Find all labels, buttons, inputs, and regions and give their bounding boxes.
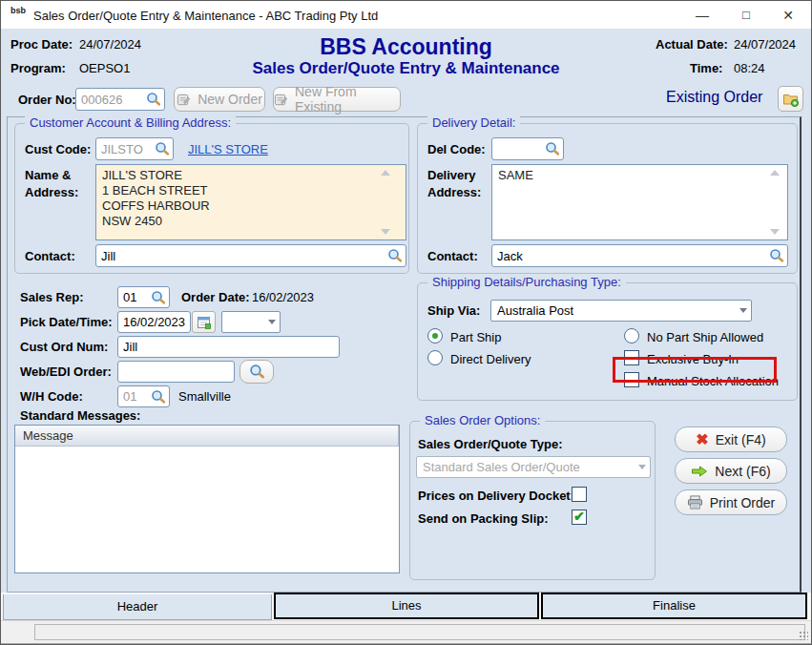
part-ship-label: Part Ship <box>450 330 501 344</box>
cust-code-value: JILSTO <box>101 142 155 156</box>
delivery-contact-value: Jack <box>497 249 769 263</box>
maximize-button[interactable]: □ <box>725 1 767 30</box>
existing-order-button[interactable] <box>778 86 803 112</box>
actual-date-label: Actual Date: <box>656 37 728 52</box>
minimize-button[interactable]: — <box>681 1 723 30</box>
search-icon[interactable] <box>769 248 784 263</box>
order-type-value: Standard Sales Order/Quote <box>423 460 638 474</box>
sales-order-options-title: Sales Order Options: <box>420 413 545 427</box>
search-icon <box>249 364 265 380</box>
sales-order-options-group: Sales Order Options: Sales Order/Quote T… <box>409 421 656 580</box>
next-button-label: Next (F6) <box>715 464 770 479</box>
name-address-textarea[interactable]: JILL'S STORE 1 BEACH STREET COFFS HARBOU… <box>95 164 406 240</box>
wh-code-label: W/H Code: <box>20 389 83 404</box>
time-value: 08:24 <box>734 61 765 75</box>
web-edi-search-button[interactable] <box>239 360 274 384</box>
pick-date-value: 16/02/2023 <box>123 315 187 329</box>
standard-messages-list[interactable]: Message <box>14 425 400 573</box>
pick-time-combo[interactable] <box>221 311 281 333</box>
del-code-label: Del Code: <box>427 142 486 156</box>
exit-button-label: Exit (F4) <box>716 432 766 447</box>
order-type-combo[interactable]: Standard Sales Order/Quote <box>416 456 651 478</box>
order-type-label: Sales Order/Quote Type: <box>418 437 562 451</box>
order-date-label: Order Date: <box>181 290 250 304</box>
time-label: Time: <box>690 61 722 75</box>
search-icon[interactable] <box>151 290 166 305</box>
wh-name-value: Smallville <box>178 389 231 404</box>
order-no-field[interactable]: 000626 <box>75 88 165 111</box>
next-button[interactable]: Next (F6) <box>675 458 787 484</box>
calendar-icon <box>197 315 212 330</box>
prices-on-docket-checkbox[interactable] <box>572 487 587 502</box>
billing-contact-value: Jill <box>101 249 387 263</box>
cust-ord-num-label: Cust Ord Num: <box>20 340 108 354</box>
cust-ord-num-value: Jill <box>123 340 336 354</box>
scroll-down-icon[interactable] <box>770 229 780 235</box>
tab-header[interactable]: Header <box>3 594 272 620</box>
calendar-button[interactable] <box>192 311 216 333</box>
window-title: Sales Order/Quote Entry & Maintenance - … <box>33 9 378 23</box>
sales-rep-value: 01 <box>123 290 151 304</box>
pick-date-field[interactable]: 16/02/2023 <box>117 311 191 333</box>
name-address-label: Name & Address: <box>25 167 88 201</box>
no-part-ship-label: No Part Ship Allowed <box>647 330 763 344</box>
order-mode-label: Existing Order <box>666 89 762 106</box>
send-packing-slip-label: Send on Packing Slip: <box>418 511 549 526</box>
part-ship-radio[interactable] <box>427 328 443 343</box>
scroll-up-icon[interactable] <box>381 170 390 176</box>
customer-group-title: Customer Account & Billing Address: <box>25 115 236 130</box>
close-button[interactable]: ✕ <box>767 1 809 30</box>
status-message-area <box>34 624 805 640</box>
billing-contact-field[interactable]: Jill <box>95 244 406 267</box>
chevron-down-icon <box>739 308 747 313</box>
actual-date-value: 24/07/2024 <box>734 37 796 52</box>
status-bar <box>1 620 811 643</box>
search-icon[interactable] <box>387 248 403 263</box>
exit-button[interactable]: ✖ Exit (F4) <box>675 427 787 452</box>
next-arrow-icon <box>691 465 708 478</box>
tab-lines[interactable]: Lines <box>274 593 539 619</box>
title-bar: bsb Sales Order/Quote Entry & Maintenanc… <box>1 1 811 30</box>
delivery-address-textarea[interactable]: SAME <box>491 164 788 240</box>
new-order-label: New Order <box>198 92 262 107</box>
delivery-group: Delivery Detail: Del Code: Delivery Addr… <box>417 123 798 274</box>
search-icon[interactable] <box>155 141 170 156</box>
ship-via-combo[interactable]: Australia Post <box>490 300 752 322</box>
sales-rep-field[interactable]: 01 <box>117 286 170 308</box>
tab-bar: Header Lines Finalise <box>1 593 811 620</box>
send-packing-slip-checkbox[interactable] <box>572 510 587 525</box>
tab-finalise[interactable]: Finalise <box>541 593 807 619</box>
sales-rep-label: Sales Rep: <box>20 290 83 304</box>
new-from-existing-button[interactable]: New From Existing <box>273 87 401 112</box>
print-order-button[interactable]: Print Order <box>675 489 787 515</box>
message-column-header[interactable]: Message <box>15 426 399 447</box>
scroll-up-icon[interactable] <box>770 170 780 176</box>
del-code-field[interactable] <box>491 137 564 160</box>
order-no-label: Order No: <box>18 93 76 107</box>
cust-code-label: Cust Code: <box>25 142 91 156</box>
direct-delivery-radio[interactable] <box>427 350 443 365</box>
search-icon[interactable] <box>151 389 166 405</box>
search-icon[interactable] <box>146 92 161 107</box>
wh-code-field[interactable]: 01 <box>117 385 170 407</box>
delivery-contact-field[interactable]: Jack <box>491 244 788 267</box>
cust-code-field[interactable]: JILSTO <box>95 137 174 160</box>
new-order-button[interactable]: New Order <box>174 87 265 112</box>
no-part-ship-radio[interactable] <box>624 328 639 343</box>
resize-grip[interactable] <box>799 631 808 640</box>
customer-name-link[interactable]: JILL'S STORE <box>188 142 268 156</box>
scroll-down-icon[interactable] <box>381 229 390 235</box>
app-logo-icon: bsb <box>10 7 27 24</box>
cust-ord-num-field[interactable]: Jill <box>117 336 340 358</box>
print-order-button-label: Print Order <box>710 495 775 510</box>
web-edi-field[interactable] <box>117 361 235 383</box>
search-icon[interactable] <box>545 141 560 156</box>
chevron-down-icon <box>638 465 646 469</box>
exit-x-icon: ✖ <box>696 432 708 447</box>
web-edi-label: Web/EDI Order: <box>20 364 112 379</box>
application-window: bsb Sales Order/Quote Entry & Maintenanc… <box>0 0 812 645</box>
wh-code-value: 01 <box>123 389 151 404</box>
ship-via-label: Ship Via: <box>427 303 480 318</box>
new-from-existing-label: New From Existing <box>295 84 400 114</box>
ship-via-value: Australia Post <box>497 303 739 318</box>
